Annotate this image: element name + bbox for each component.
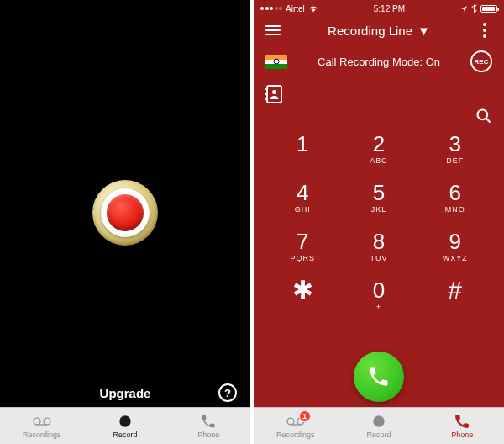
status-right <box>460 4 497 13</box>
help-icon[interactable]: ? <box>218 383 237 402</box>
tab-label: Recordings <box>276 431 315 439</box>
call-button[interactable] <box>354 352 404 402</box>
tab-phone[interactable]: Phone <box>167 408 250 444</box>
svg-point-11 <box>287 418 294 425</box>
record-dot-icon <box>115 413 135 430</box>
key-7[interactable]: 7PQRS <box>269 230 337 262</box>
status-bar: Airtel 5:12 PM <box>254 0 504 15</box>
tab-label: Recordings <box>23 431 61 439</box>
svg-line-10 <box>486 119 491 123</box>
left-tabbar: Recordings Record Phone <box>0 407 250 444</box>
phone-icon <box>452 413 472 430</box>
status-time: 5:12 PM <box>374 4 405 13</box>
menu-icon[interactable] <box>264 21 282 40</box>
record-button[interactable] <box>92 180 158 246</box>
tab-label: Phone <box>451 431 473 439</box>
svg-point-0 <box>34 418 40 425</box>
record-area <box>0 0 250 444</box>
recording-mode-text: Call Recording Mode: On <box>318 56 440 68</box>
bluetooth-icon <box>471 4 477 13</box>
key-2[interactable]: 2ABC <box>345 133 413 165</box>
right-phone-screen: Airtel 5:12 PM Recording Line ▼ Call Rec… <box>254 0 504 444</box>
tab-label: Phone <box>197 431 219 439</box>
phone-icon <box>367 365 391 388</box>
topbar-title[interactable]: Recording Line ▼ <box>328 24 430 38</box>
battery-icon <box>480 5 497 13</box>
rec-badge-icon[interactable]: REC <box>470 50 492 72</box>
title-text: Recording Line <box>328 24 412 38</box>
key-hash[interactable]: # <box>421 279 489 312</box>
key-star[interactable]: ✱ <box>269 279 337 312</box>
wifi-icon <box>308 5 318 13</box>
record-button-wrap <box>92 180 158 246</box>
recordings-badge: 1 <box>299 410 311 422</box>
status-left: Airtel <box>260 4 318 13</box>
tab-record[interactable]: Record <box>337 408 420 444</box>
record-button-ring <box>101 188 150 237</box>
tab-record[interactable]: Record <box>83 408 166 444</box>
key-6[interactable]: 6MNO <box>421 182 489 214</box>
record-button-core <box>107 194 144 231</box>
signal-icon <box>260 7 282 10</box>
svg-point-5 <box>272 90 276 94</box>
more-icon[interactable] <box>475 21 494 40</box>
contacts-icon[interactable] <box>264 84 284 104</box>
left-footer: Upgrade <box>0 386 250 400</box>
svg-point-3 <box>119 415 130 426</box>
tab-label: Record <box>366 431 391 439</box>
subhead: Call Recording Mode: On REC <box>254 45 504 72</box>
key-5[interactable]: 5JKL <box>345 182 413 214</box>
location-icon <box>460 5 468 13</box>
upgrade-button[interactable]: Upgrade <box>100 386 151 400</box>
chevron-down-icon: ▼ <box>417 24 430 38</box>
tab-recordings[interactable]: 1 Recordings <box>254 408 337 444</box>
topbar: Recording Line ▼ <box>254 15 504 45</box>
svg-point-14 <box>373 415 384 426</box>
tab-phone[interactable]: Phone <box>421 408 504 444</box>
record-dot-icon <box>369 413 389 430</box>
phone-icon <box>198 413 218 430</box>
key-0[interactable]: 0+ <box>345 279 413 312</box>
tab-recordings[interactable]: Recordings <box>0 408 83 444</box>
key-4[interactable]: 4GHI <box>269 182 337 214</box>
key-8[interactable]: 8TUV <box>345 230 413 262</box>
voicemail-icon <box>32 413 52 430</box>
key-1[interactable]: 1 <box>269 133 337 165</box>
right-tabbar: 1 Recordings Record Phone <box>254 407 504 444</box>
carrier-label: Airtel <box>286 4 305 13</box>
left-phone-screen: Upgrade ? Recordings Record Phone <box>0 0 250 444</box>
key-3[interactable]: 3DEF <box>421 133 489 165</box>
tab-label: Record <box>113 431 137 439</box>
key-9[interactable]: 9WXYZ <box>421 230 489 262</box>
search-icon[interactable] <box>475 108 492 124</box>
svg-point-9 <box>478 110 488 120</box>
dialpad: 1 2ABC 3DEF 4GHI 5JKL 6MNO 7PQRS 8TUV 9W… <box>254 133 504 312</box>
svg-point-1 <box>44 418 50 425</box>
flag-icon[interactable] <box>265 55 287 69</box>
